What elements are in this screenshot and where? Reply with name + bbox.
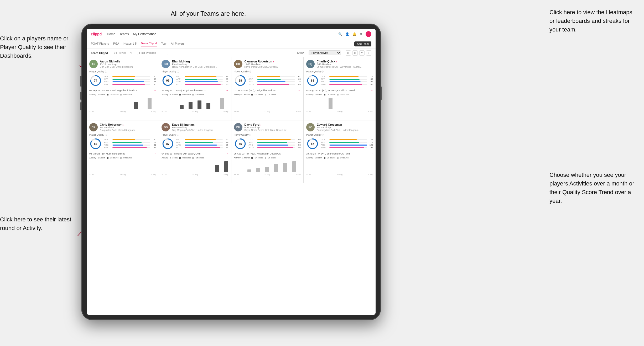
player-club: Craigmillar Park, United Kingdom [100,129,156,131]
stat-value: 92 [368,146,373,149]
stat-bar-fill [257,81,285,82]
tabs-bar: PGAT Players PGA Hcaps 1-5 Team Clippd T… [87,39,376,49]
player-card[interactable]: CR Cameron Robertson ● 11-15 Handicap Ro… [231,57,303,120]
recent-round[interactable]: 03 Mar 23 · 19, Must make putting → [89,152,156,155]
player-name[interactable]: Charlie Quick ● [317,60,373,63]
player-card[interactable]: DF David Ford ● Plus Handicap Royal Nort… [231,120,303,183]
sort-button[interactable]: ↕ [366,50,371,56]
player-avatar: CQ [306,60,315,68]
player-name[interactable]: Aaron Nicholls [100,60,156,63]
recent-round[interactable]: 19 Jul 23 · 74 (+4), Sunningdale GC - Ol… [306,152,373,155]
chart-label-mid: 21 Aug [120,174,126,175]
recent-round[interactable]: 26 Aug 23 · 84 (+12), Royal North Devon … [234,152,301,155]
tab-tour[interactable]: Tour [161,42,167,46]
tab-all-players[interactable]: All Players [171,42,185,46]
player-card[interactable]: EC Edward Crossman 1-5 Handicap Sunningd… [304,120,376,183]
tab-pga[interactable]: PGA [113,42,119,46]
stat-bar-fill [257,145,289,146]
stat-row: OTT 60 [104,139,156,141]
player-header: CR Cameron Robertson ● 11-15 Handicap Ro… [234,60,301,68]
stat-bar-bg [185,145,222,146]
navigate-arrow[interactable]: → [153,89,156,92]
stat-bar-fill [329,79,360,80]
stat-label: ARG [104,81,111,83]
show-select[interactable]: Player Activity Quality Score Trend [309,50,341,55]
search-icon[interactable]: 🔍 [338,32,342,36]
stat-value: 94 [224,146,228,149]
tab-team-clippd[interactable]: Team Clippd [141,42,157,46]
player-name[interactable]: David Ford ● [245,123,301,126]
navigate-arrow[interactable]: → [370,89,373,92]
nav-home[interactable]: Home [107,32,115,36]
quality-circle[interactable]: 87 [306,137,319,150]
stat-row: ARG 88 [176,81,228,83]
stat-value: 88 [224,81,228,83]
activity-label: Activity · 1 Month On course Off course [306,157,373,159]
nav-teams[interactable]: Teams [120,32,129,36]
svg-text:87: 87 [166,142,169,145]
recent-round[interactable]: 07 Aug 23 · 77 (+7), St George's Hill GC… [306,89,373,92]
add-team-button[interactable]: Add Team [354,41,371,46]
player-name[interactable]: Edward Crossman [317,123,373,126]
off-course-label: Off course [340,94,349,95]
off-course-legend [337,94,339,95]
grid-view-button[interactable]: ⊞ [346,50,351,56]
chart-label-end: 4 Sep [151,174,156,175]
navigate-arrow[interactable]: → [153,152,156,155]
stat-label: OTT [176,75,184,78]
player-avatar: BM [162,60,170,68]
player-card[interactable]: BM Blair McHarg Plus Handicap Royal Nort… [159,57,231,120]
stat-label: APP [249,78,256,80]
quality-circle[interactable]: 85 [234,137,247,150]
recent-round[interactable]: 02 Jul 23 · 59 (+17), Craigmillar Park G… [234,89,301,92]
chart-bar [180,105,184,109]
player-card[interactable]: CQ Charlie Quick ● 6-10 Handicap St. Geo… [304,57,376,120]
stat-value: 89 [296,139,301,141]
player-card[interactable]: DB Dave Billingham Plus Handicap Sag Mag… [159,120,231,183]
player-card[interactable]: AN Aaron Nicholls 11-15 Handicap Drift G… [87,57,159,120]
quality-circle[interactable]: 82 [89,137,102,150]
filter-input[interactable] [137,51,168,55]
avatar[interactable]: U [366,31,371,37]
stat-bar-fill [185,147,220,148]
recent-round[interactable]: 04 Sep 23 · Mobility with coach, Gym → [162,152,228,155]
navigate-arrow[interactable]: → [226,152,228,155]
settings-icon[interactable]: ⚙ [360,32,362,36]
recent-round-text: 19 Jul 23 · 74 (+4), Sunningdale GC - Ol… [306,152,369,155]
player-name[interactable]: Dave Billingham [172,123,228,126]
stat-label: APP [104,141,111,143]
profile-icon[interactable]: 👤 [345,32,349,36]
recent-round[interactable]: 02 Sep 23 · Sunset round to get back int… [89,89,156,92]
quality-circle[interactable]: 87 [162,137,174,150]
quality-circle[interactable]: 68 [234,74,247,87]
tab-pgat[interactable]: PGAT Players [91,42,109,46]
stat-row: ARG 81 [104,144,156,146]
navigate-arrow[interactable]: → [226,89,228,92]
filter-button[interactable]: ▼ [359,50,365,56]
activity-label: Activity · 1 Month On course Off course [89,157,156,159]
edit-icon[interactable]: ✎ [130,51,132,54]
stat-row: PUTT 96 [249,146,301,149]
player-name[interactable]: Blair McHarg [172,60,228,63]
tab-hcaps[interactable]: Hcaps 1-5 [123,42,137,46]
stat-bar-bg [257,139,295,140]
chart-bar [148,98,152,109]
navigate-arrow[interactable]: → [370,152,373,155]
quality-circle[interactable]: 74 [89,74,102,87]
activity-label: Activity · 1 Month On course Off course [162,157,228,159]
player-card[interactable]: CR Chris Robertson ● 1-5 Handicap Craigm… [87,120,159,183]
player-name[interactable]: Chris Robertson ● [100,123,156,126]
quality-circle[interactable]: 83 [306,74,319,87]
bell-icon[interactable]: 🔔 [352,32,356,36]
quality-circle[interactable]: 93 [162,74,174,87]
activity-label: Activity · 1 Month On course Off course [162,93,228,96]
on-course-legend [251,157,253,159]
player-name[interactable]: Cameron Robertson ● [245,60,301,63]
recent-round[interactable]: 26 Aug 23 · 73 (+1), Royal North Devon G… [162,89,228,92]
navigate-arrow[interactable]: → [298,89,301,92]
list-view-button[interactable]: ⊟ [352,50,358,56]
chart-bar [247,169,251,172]
stat-row: OTT 84 [176,75,228,78]
nav-my-performance[interactable]: My Performance [133,32,156,36]
navigate-arrow[interactable]: → [298,152,301,155]
